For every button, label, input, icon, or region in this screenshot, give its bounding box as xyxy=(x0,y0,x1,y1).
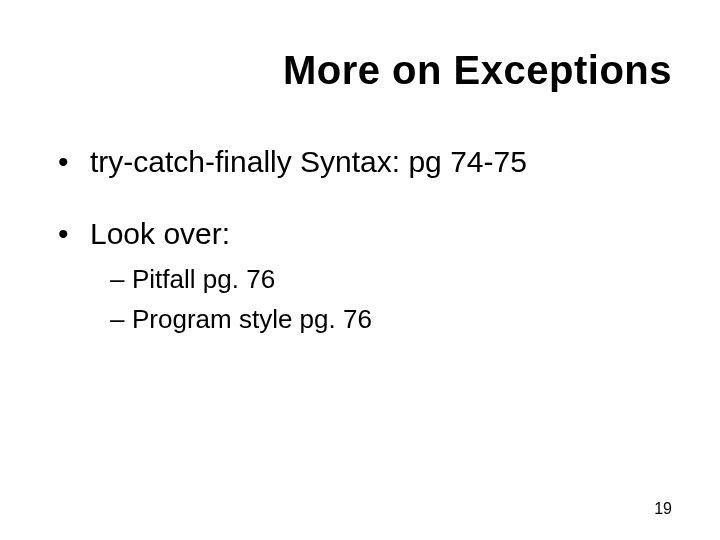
sub-bullet-item: Program style pg. 76 xyxy=(110,301,672,339)
slide: More on Exceptions try-catch-finally Syn… xyxy=(0,0,720,540)
bullet-item: Look over: Pitfall pg. 76 Program style … xyxy=(58,212,672,339)
bullet-item: try-catch-finally Syntax: pg 74-75 xyxy=(58,140,672,184)
bullet-text: try-catch-finally Syntax: pg 74-75 xyxy=(90,145,527,178)
bullet-text: Look over: xyxy=(90,217,230,250)
sub-bullet-item: Pitfall pg. 76 xyxy=(110,261,672,299)
sub-bullet-text: Pitfall pg. 76 xyxy=(132,264,275,294)
page-number: 19 xyxy=(654,500,672,518)
slide-body: try-catch-finally Syntax: pg 74-75 Look … xyxy=(58,140,672,366)
bullet-list: try-catch-finally Syntax: pg 74-75 Look … xyxy=(58,140,672,338)
slide-title: More on Exceptions xyxy=(0,48,672,93)
sub-bullet-list: Pitfall pg. 76 Program style pg. 76 xyxy=(90,261,672,338)
sub-bullet-text: Program style pg. 76 xyxy=(132,304,372,334)
